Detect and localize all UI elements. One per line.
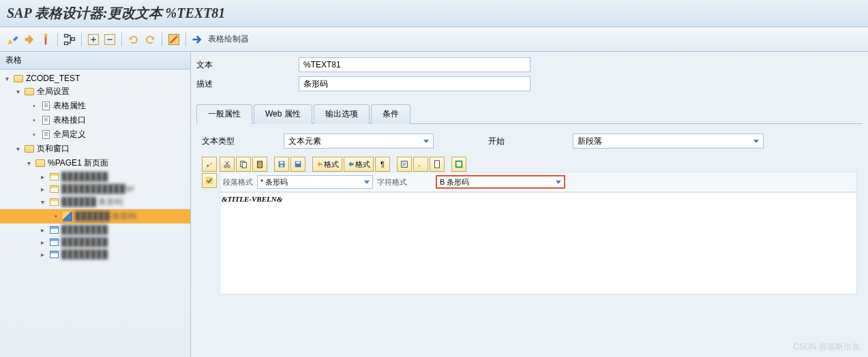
tree-header: 表格 xyxy=(0,52,190,69)
undo-icon[interactable] xyxy=(126,32,141,47)
edit2-icon[interactable] xyxy=(413,157,428,172)
save-icon[interactable] xyxy=(274,157,289,172)
tab-web[interactable]: Web 属性 xyxy=(254,104,312,124)
format2-button[interactable]: 格式 xyxy=(344,157,374,172)
document-icon xyxy=(40,116,51,125)
fullscreen-icon[interactable] xyxy=(451,157,466,172)
text-input[interactable] xyxy=(299,57,530,72)
text-type-select[interactable]: 文本元素 xyxy=(284,134,434,149)
tree-label: ZCODE_TEST xyxy=(26,74,80,83)
format2-label: 格式 xyxy=(355,159,370,170)
toggle-icon[interactable]: ▸ xyxy=(38,173,46,181)
tree-item[interactable]: ▸████████ xyxy=(0,170,190,183)
format1-button[interactable]: 格式 xyxy=(312,157,342,172)
toggle-icon[interactable]: ▾ xyxy=(14,88,22,95)
tree-label: 全局定义 xyxy=(53,129,86,140)
tree-label: ████████ xyxy=(61,225,108,234)
main-toolbar: 表格绘制器 xyxy=(0,27,868,52)
copy-icon[interactable] xyxy=(236,157,251,172)
expand-icon[interactable] xyxy=(86,32,101,47)
tree-icon[interactable] xyxy=(62,32,77,47)
svg-rect-21 xyxy=(435,161,440,168)
page-icon[interactable] xyxy=(430,157,445,172)
activate-icon[interactable] xyxy=(22,32,37,47)
start-value: 新段落 xyxy=(578,136,602,147)
folder-open-icon xyxy=(13,74,24,83)
start-select[interactable]: 新段落 xyxy=(573,134,764,149)
tree-label: ████████ xyxy=(61,249,108,259)
paste-icon[interactable] xyxy=(252,157,267,172)
svg-rect-19 xyxy=(296,162,299,164)
tree-label: ████████ xyxy=(61,237,108,247)
bullet-icon: • xyxy=(30,117,38,124)
tree-pages[interactable]: ▾ 页和窗口 xyxy=(0,142,190,156)
para-format-select[interactable]: * 条形码 xyxy=(257,175,373,189)
tree-global[interactable]: ▾ 全局设置 xyxy=(0,84,190,99)
tree-label: ████████ xyxy=(61,172,108,181)
tree-root[interactable]: ▾ ZCODE_TEST xyxy=(0,72,190,84)
svg-rect-12 xyxy=(242,162,246,168)
redo-icon[interactable] xyxy=(143,32,158,47)
document-icon xyxy=(40,102,51,111)
tree-item[interactable]: • 全局定义 xyxy=(0,127,190,142)
toggle-icon[interactable]: ▾ xyxy=(38,198,46,206)
collapse-icon[interactable] xyxy=(102,32,117,47)
toggle-icon[interactable]: ▾ xyxy=(14,145,22,153)
sub-toolbar: 段落格式 * 条形码 字符格式 B 条形码 xyxy=(220,172,857,192)
edit-side-icon[interactable] xyxy=(202,157,217,172)
toggle-icon[interactable]: ▾ xyxy=(25,159,33,167)
tab-output[interactable]: 输出选项 xyxy=(314,104,370,124)
settings-icon[interactable] xyxy=(166,32,181,47)
toggle-icon[interactable]: ▸ xyxy=(38,226,46,234)
tree-page1[interactable]: ▾ %PAGE1 新页面 xyxy=(0,156,190,170)
tab-general[interactable]: 一般属性 xyxy=(196,104,252,124)
tree-item[interactable]: • 表格接口 xyxy=(0,113,190,127)
tree-item[interactable]: ▾██████ 条形码 xyxy=(0,195,190,209)
window-icon xyxy=(48,172,59,181)
window-icon xyxy=(48,237,59,247)
window-icon xyxy=(48,249,59,259)
start-label: 开始 xyxy=(488,136,505,147)
tree-label: ███████████ler xyxy=(61,184,134,193)
paragraph-icon[interactable]: ¶ xyxy=(375,157,390,172)
flag-icon[interactable] xyxy=(38,32,53,47)
chevron-down-icon xyxy=(556,181,561,184)
tree-item[interactable]: • 表格属性 xyxy=(0,99,190,113)
tree-label: 表格属性 xyxy=(53,100,86,112)
svg-rect-4 xyxy=(72,37,75,40)
svg-point-9 xyxy=(224,166,227,168)
char-format-select[interactable]: B 条形码 xyxy=(436,175,565,189)
side-icons xyxy=(202,157,217,188)
toggle-icon[interactable]: ▸ xyxy=(38,251,46,258)
main-area: 表格 ▾ ZCODE_TEST ▾ 全局设置 • 表格属性 • 表格接口 xyxy=(0,52,868,357)
separator xyxy=(121,33,122,46)
toggle-icon[interactable]: ▸ xyxy=(38,238,46,246)
type-row: 文本类型 文本元素 开始 新段落 xyxy=(202,134,857,149)
tab-content: 文本类型 文本元素 开始 新段落 xyxy=(196,124,863,304)
chevron-down-icon xyxy=(423,140,429,143)
insert-icon[interactable] xyxy=(397,157,412,172)
title-bar: SAP 表格设计器:更改文本 %TEXT81 xyxy=(0,0,868,27)
tree-item[interactable]: ▸████████ xyxy=(0,236,190,248)
check-side-icon[interactable] xyxy=(202,173,217,188)
toggle-icon[interactable]: ▾ xyxy=(3,75,11,82)
tree-label: 页和窗口 xyxy=(37,143,70,155)
desc-input[interactable] xyxy=(299,76,530,91)
pencil-wand-icon[interactable] xyxy=(5,32,20,47)
tree-item[interactable]: ▸████████ xyxy=(0,223,190,236)
painter-label[interactable]: 表格绘制器 xyxy=(208,33,249,45)
tree-item[interactable]: ▸███████████ler xyxy=(0,183,190,195)
tree-body[interactable]: ▾ ZCODE_TEST ▾ 全局设置 • 表格属性 • 表格接口 • xyxy=(0,69,190,357)
save2-icon[interactable] xyxy=(290,157,305,172)
toggle-icon[interactable]: ▸ xyxy=(38,185,46,193)
tree-item-selected[interactable]: •██████ 条形码 xyxy=(0,209,190,223)
tree-item[interactable]: ▸████████ xyxy=(0,248,190,260)
svg-rect-2 xyxy=(65,34,68,37)
bullet-icon: • xyxy=(30,131,38,138)
tab-conditions[interactable]: 条件 xyxy=(371,104,410,124)
cut-icon[interactable] xyxy=(220,157,235,172)
separator xyxy=(57,33,58,46)
editor-content: &TITLE-VBELN& xyxy=(222,195,282,203)
editor-area[interactable]: &TITLE-VBELN& xyxy=(220,192,857,294)
painter-arrow-icon[interactable] xyxy=(190,32,205,47)
